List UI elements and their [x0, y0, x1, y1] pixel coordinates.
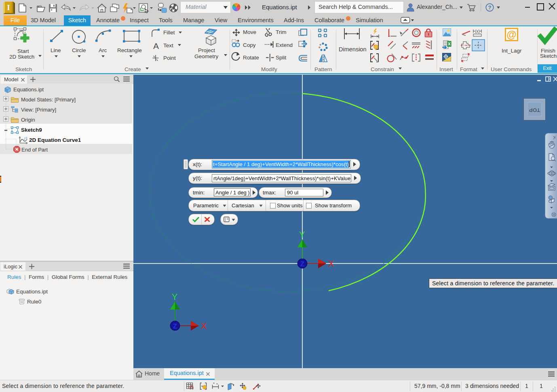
svg-text:A: A [153, 41, 159, 51]
svg-text:z: z [26, 136, 27, 139]
svg-text:I: I [7, 3, 10, 12]
svg-text:@: @ [506, 29, 516, 40]
svg-text:?: ? [488, 4, 492, 11]
svg-text:X: X [201, 321, 207, 331]
svg-text:X: X [328, 259, 334, 269]
svg-text:Y: Y [172, 292, 178, 302]
svg-text:Z: Z [173, 322, 177, 330]
svg-text:Z: Z [300, 260, 304, 268]
svg-text:Y: Y [299, 230, 305, 240]
svg-text:(x): (x) [475, 29, 480, 34]
